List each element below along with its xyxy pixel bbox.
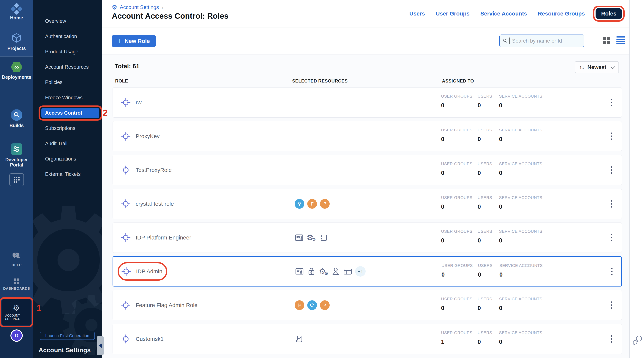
settings-sidebar: ⚙ ⚙ OverviewAuthenticationProduct UsageA…	[33, 0, 102, 358]
role-row-testproxyrole[interactable]: TestProxyRoleUSER GROUPS0USERS0SERVICE A…	[112, 155, 622, 185]
nav-account-settings[interactable]: ⚙ ACCOUNT SETTINGS	[2, 299, 31, 325]
assigned-service-accounts: SERVICE ACCOUNTS0	[499, 94, 542, 109]
launch-first-generation-button[interactable]: Launch First Generation	[40, 332, 95, 340]
row-menu-button[interactable]	[609, 199, 614, 209]
sidebar-item-organizations[interactable]: Organizations	[33, 154, 102, 164]
role-crosshair-icon	[120, 300, 131, 311]
list-view-icon[interactable]	[616, 36, 625, 44]
role-row-idp-platform-engineer[interactable]: IDP Platform Engineer⚙⚙USER GROUPS0USERS…	[112, 223, 622, 253]
role-crosshair-icon	[120, 232, 131, 243]
role-row-proxykey[interactable]: ProxyKeyUSER GROUPS0USERS0SERVICE ACCOUN…	[112, 121, 622, 151]
nav-developer-portal-label: Developer Portal	[4, 157, 29, 167]
sidebar-item-access-control[interactable]: Access Control	[41, 108, 99, 118]
new-role-button[interactable]: + New Role	[112, 35, 156, 47]
plus-icon: +	[118, 38, 122, 44]
gears-icon: ⚙⚙	[319, 267, 328, 275]
role-name-cell[interactable]: TestProxyRole	[120, 164, 174, 176]
orange-flag-resource-icon	[320, 300, 330, 310]
sidebar-collapse-handle[interactable]	[97, 336, 104, 355]
selected-resources-cell: ⚙⚙+1	[295, 266, 366, 277]
role-row-feature-flag-admin-role[interactable]: Feature Flag Admin RoleUSER GROUPS0USERS…	[112, 290, 622, 320]
apps-grid-button[interactable]	[9, 173, 24, 186]
role-name-cell[interactable]: IDP Platform Engineer	[120, 232, 193, 244]
role-name-cell[interactable]: IDP Admin	[121, 265, 164, 278]
breadcrumb-separator: ›	[162, 4, 164, 11]
search-input[interactable]	[512, 38, 581, 44]
nav-dashboards[interactable]: DASHBOARDS	[0, 278, 33, 291]
role-name-cell[interactable]: Customsk1	[120, 333, 166, 345]
column-assigned-to: ASSIGNED TO	[442, 78, 474, 84]
nav-account-settings-label: ACCOUNT SETTINGS	[5, 314, 28, 321]
sidebar-item-authentication[interactable]: Authentication	[33, 32, 102, 41]
assigned-user-groups: USER GROUPS0	[441, 161, 472, 176]
row-menu-button[interactable]	[609, 232, 614, 243]
breadcrumb-link[interactable]: Account Settings	[120, 4, 159, 10]
row-menu-button[interactable]	[609, 97, 614, 108]
selected-resources-cell	[294, 334, 304, 343]
nav-home[interactable]: Home	[0, 3, 33, 21]
sidebar-item-account-resources[interactable]: Account Resources	[33, 62, 102, 72]
tab-users[interactable]: Users	[410, 11, 425, 17]
nav-developer-portal[interactable]: Developer Portal	[0, 143, 33, 167]
sort-dropdown[interactable]: ↑↓ Newest	[575, 61, 619, 73]
nav-home-label: Home	[10, 15, 23, 21]
blue-box-resource-icon	[294, 199, 304, 209]
orange-flag-resource-icon	[320, 199, 330, 209]
row-menu-button[interactable]	[609, 300, 614, 310]
tab-roles[interactable]: Roles	[596, 8, 622, 19]
role-row-customsk1[interactable]: Customsk1USER GROUPS1USERS0SERVICE ACCOU…	[112, 324, 622, 354]
svg-text:?: ?	[15, 253, 17, 257]
tab-resource-groups[interactable]: Resource Groups	[538, 11, 585, 17]
nav-deployments[interactable]: ∞ Deployments	[0, 62, 33, 80]
role-name: TestProxyRole	[136, 167, 172, 173]
sidebar-item-external-tickets[interactable]: External Tickets	[33, 169, 102, 179]
role-name: crystal-test-role	[136, 201, 174, 207]
assigned-users: USERS0	[478, 128, 492, 143]
selected-resources-cell	[294, 199, 330, 209]
sort-selected-value: Newest	[587, 64, 606, 70]
role-crosshair-icon	[120, 199, 131, 209]
role-name-cell[interactable]: ProxyKey	[120, 130, 161, 142]
row-menu-button[interactable]	[609, 334, 614, 344]
breadcrumb: ⚙ Account Settings ›	[112, 4, 164, 11]
assigned-users: USERS0	[478, 94, 492, 109]
certificate-icon	[295, 267, 304, 276]
assigned-service-accounts: SERVICE ACCOUNTS0	[499, 330, 542, 345]
role-name-cell[interactable]: rw	[120, 96, 144, 109]
nav-builds[interactable]: Builds	[0, 109, 33, 128]
sidebar-item-overview[interactable]: Overview	[33, 17, 102, 26]
role-crosshair-icon	[120, 165, 131, 175]
nav-builds-label: Builds	[10, 123, 24, 128]
role-name-cell[interactable]: Feature Flag Admin Role	[120, 299, 200, 311]
tab-service-accounts[interactable]: Service Accounts	[480, 11, 527, 17]
blue-box-resource-icon	[307, 300, 317, 310]
nav-projects[interactable]: Projects	[0, 32, 33, 51]
certificate-icon	[294, 233, 304, 242]
sidebar-item-audit-trail[interactable]: Audit Trail	[33, 139, 102, 148]
sidebar-item-subscriptions[interactable]: Subscriptions	[33, 124, 102, 133]
role-row-idp-admin[interactable]: IDP Admin⚙⚙+1USER GROUPS0USERS0SERVICE A…	[112, 256, 622, 286]
tab-user-groups[interactable]: User Groups	[436, 11, 470, 17]
role-name-cell[interactable]: crystal-test-role	[120, 198, 176, 210]
assigned-service-accounts: SERVICE ACCOUNTS0	[499, 128, 542, 143]
layout-icon	[343, 267, 352, 276]
search-box[interactable]	[500, 35, 584, 47]
sidebar-item-policies[interactable]: Policies	[33, 78, 102, 87]
page-title: Account Access Control: Roles	[112, 12, 228, 21]
row-menu-button[interactable]	[609, 165, 614, 175]
user-avatar[interactable]: D	[11, 330, 22, 341]
row-menu-button[interactable]	[610, 266, 614, 277]
row-menu-button[interactable]	[609, 131, 614, 141]
gear-icon: ⚙	[13, 304, 20, 312]
support-chat-icon[interactable]	[632, 334, 643, 347]
sidebar-item-product-usage[interactable]: Product Usage	[33, 47, 102, 57]
role-name: IDP Platform Engineer	[136, 234, 191, 241]
gears-icon: ⚙⚙	[306, 234, 316, 242]
more-resources-badge: +1	[355, 266, 366, 277]
grid-view-icon[interactable]	[603, 37, 610, 44]
role-row-rw[interactable]: rwUSER GROUPS0USERS0SERVICE ACCOUNTS0	[112, 87, 622, 118]
sidebar-item-freeze-windows[interactable]: Freeze Windows	[33, 93, 102, 102]
assigned-user-groups: USER GROUPS0	[441, 94, 472, 109]
nav-help[interactable]: ? HELP	[0, 252, 33, 267]
role-row-crystal-test-role[interactable]: crystal-test-roleUSER GROUPS0USERS0SERVI…	[112, 189, 622, 219]
